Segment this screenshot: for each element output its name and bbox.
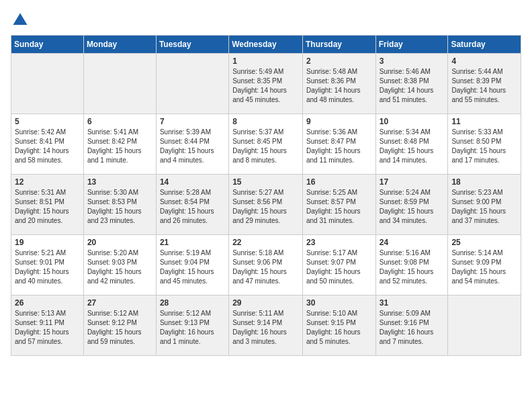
day-number: 20 [87, 238, 152, 247]
table-row: 26Sunrise: 5:13 AM Sunset: 9:11 PM Dayli… [11, 295, 84, 356]
day-content: Sunrise: 5:30 AM Sunset: 8:53 PM Dayligh… [87, 188, 152, 226]
table-row: 1Sunrise: 5:49 AM Sunset: 8:35 PM Daylig… [229, 54, 303, 114]
day-content: Sunrise: 5:34 AM Sunset: 8:48 PM Dayligh… [380, 128, 445, 165]
calendar-week-2: 5Sunrise: 5:42 AM Sunset: 8:41 PM Daylig… [11, 114, 521, 175]
day-content: Sunrise: 5:31 AM Sunset: 8:51 PM Dayligh… [15, 188, 80, 226]
day-number: 28 [160, 298, 225, 308]
day-content: Sunrise: 5:12 AM Sunset: 9:12 PM Dayligh… [87, 309, 152, 347]
day-content: Sunrise: 5:44 AM Sunset: 8:39 PM Dayligh… [451, 67, 517, 105]
day-number: 7 [160, 117, 225, 126]
table-row: 12Sunrise: 5:31 AM Sunset: 8:51 PM Dayli… [11, 175, 84, 235]
weekday-header-tuesday: Tuesday [156, 36, 228, 54]
day-number: 15 [232, 177, 299, 187]
day-number: 9 [306, 117, 372, 126]
day-number: 14 [160, 177, 225, 187]
table-row: 24Sunrise: 5:16 AM Sunset: 9:08 PM Dayli… [375, 235, 448, 295]
logo-icon [11, 11, 30, 30]
calendar-week-1: 1Sunrise: 5:49 AM Sunset: 8:35 PM Daylig… [11, 54, 521, 114]
table-row: 30Sunrise: 5:10 AM Sunset: 9:15 PM Dayli… [302, 295, 375, 356]
table-row: 5Sunrise: 5:42 AM Sunset: 8:41 PM Daylig… [11, 114, 84, 175]
table-row: 23Sunrise: 5:17 AM Sunset: 9:07 PM Dayli… [302, 235, 375, 295]
table-row: 16Sunrise: 5:25 AM Sunset: 8:57 PM Dayli… [302, 175, 375, 235]
day-number: 30 [306, 298, 372, 308]
day-number: 17 [380, 177, 445, 187]
weekday-header-monday: Monday [83, 36, 156, 54]
table-row [448, 295, 521, 356]
table-row: 15Sunrise: 5:27 AM Sunset: 8:56 PM Dayli… [229, 175, 303, 235]
day-number: 18 [451, 177, 517, 187]
day-number: 13 [87, 177, 152, 187]
day-number: 29 [232, 298, 299, 308]
weekday-header-wednesday: Wednesday [229, 36, 303, 54]
day-content: Sunrise: 5:24 AM Sunset: 8:59 PM Dayligh… [380, 188, 445, 226]
weekday-header-sunday: Sunday [11, 36, 84, 54]
calendar-body: 1Sunrise: 5:49 AM Sunset: 8:35 PM Daylig… [11, 54, 521, 356]
svg-marker-0 [13, 13, 28, 26]
table-row: 13Sunrise: 5:30 AM Sunset: 8:53 PM Dayli… [83, 175, 156, 235]
table-row: 22Sunrise: 5:18 AM Sunset: 9:06 PM Dayli… [229, 235, 303, 295]
table-row: 21Sunrise: 5:19 AM Sunset: 9:04 PM Dayli… [156, 235, 228, 295]
day-number: 23 [306, 238, 372, 247]
day-content: Sunrise: 5:25 AM Sunset: 8:57 PM Dayligh… [306, 188, 372, 226]
table-row [11, 54, 84, 114]
day-number: 22 [232, 238, 299, 247]
day-number: 2 [306, 56, 372, 66]
day-number: 6 [87, 117, 152, 126]
day-content: Sunrise: 5:23 AM Sunset: 9:00 PM Dayligh… [451, 188, 517, 226]
table-row: 18Sunrise: 5:23 AM Sunset: 9:00 PM Dayli… [448, 175, 521, 235]
weekday-header-row: SundayMondayTuesdayWednesdayThursdayFrid… [11, 36, 521, 54]
table-row: 6Sunrise: 5:41 AM Sunset: 8:42 PM Daylig… [83, 114, 156, 175]
day-number: 3 [380, 56, 445, 66]
day-content: Sunrise: 5:28 AM Sunset: 8:54 PM Dayligh… [160, 188, 225, 226]
table-row: 10Sunrise: 5:34 AM Sunset: 8:48 PM Dayli… [375, 114, 448, 175]
day-content: Sunrise: 5:17 AM Sunset: 9:07 PM Dayligh… [306, 248, 372, 286]
day-number: 26 [15, 298, 80, 308]
day-content: Sunrise: 5:11 AM Sunset: 9:14 PM Dayligh… [232, 309, 299, 347]
day-content: Sunrise: 5:42 AM Sunset: 8:41 PM Dayligh… [15, 128, 80, 165]
day-content: Sunrise: 5:10 AM Sunset: 9:15 PM Dayligh… [306, 309, 372, 347]
day-number: 5 [15, 117, 80, 126]
day-content: Sunrise: 5:46 AM Sunset: 8:38 PM Dayligh… [380, 67, 445, 105]
table-row: 31Sunrise: 5:09 AM Sunset: 9:16 PM Dayli… [375, 295, 448, 356]
day-content: Sunrise: 5:14 AM Sunset: 9:09 PM Dayligh… [451, 248, 517, 286]
weekday-header-friday: Friday [375, 36, 448, 54]
day-content: Sunrise: 5:41 AM Sunset: 8:42 PM Dayligh… [87, 128, 152, 165]
table-row: 11Sunrise: 5:33 AM Sunset: 8:50 PM Dayli… [448, 114, 521, 175]
table-row: 7Sunrise: 5:39 AM Sunset: 8:44 PM Daylig… [156, 114, 228, 175]
day-content: Sunrise: 5:21 AM Sunset: 9:01 PM Dayligh… [15, 248, 80, 286]
table-row: 9Sunrise: 5:36 AM Sunset: 8:47 PM Daylig… [302, 114, 375, 175]
day-number: 21 [160, 238, 225, 247]
day-content: Sunrise: 5:36 AM Sunset: 8:47 PM Dayligh… [306, 128, 372, 165]
day-number: 31 [380, 298, 445, 308]
day-content: Sunrise: 5:49 AM Sunset: 8:35 PM Dayligh… [232, 67, 299, 105]
table-row: 27Sunrise: 5:12 AM Sunset: 9:12 PM Dayli… [83, 295, 156, 356]
table-row: 25Sunrise: 5:14 AM Sunset: 9:09 PM Dayli… [448, 235, 521, 295]
table-row: 19Sunrise: 5:21 AM Sunset: 9:01 PM Dayli… [11, 235, 84, 295]
table-row: 14Sunrise: 5:28 AM Sunset: 8:54 PM Dayli… [156, 175, 228, 235]
day-content: Sunrise: 5:09 AM Sunset: 9:16 PM Dayligh… [380, 309, 445, 347]
weekday-header-saturday: Saturday [448, 36, 521, 54]
day-content: Sunrise: 5:18 AM Sunset: 9:06 PM Dayligh… [232, 248, 299, 286]
table-row: 17Sunrise: 5:24 AM Sunset: 8:59 PM Dayli… [375, 175, 448, 235]
day-content: Sunrise: 5:16 AM Sunset: 9:08 PM Dayligh… [380, 248, 445, 286]
table-row: 3Sunrise: 5:46 AM Sunset: 8:38 PM Daylig… [375, 54, 448, 114]
day-content: Sunrise: 5:13 AM Sunset: 9:11 PM Dayligh… [15, 309, 80, 347]
day-number: 25 [451, 238, 517, 247]
day-number: 16 [306, 177, 372, 187]
day-number: 24 [380, 238, 445, 247]
day-content: Sunrise: 5:37 AM Sunset: 8:45 PM Dayligh… [232, 128, 299, 165]
day-number: 27 [87, 298, 152, 308]
table-row: 2Sunrise: 5:48 AM Sunset: 8:36 PM Daylig… [302, 54, 375, 114]
page-header [11, 11, 521, 30]
calendar-table: SundayMondayTuesdayWednesdayThursdayFrid… [11, 35, 521, 356]
day-number: 1 [232, 56, 299, 66]
calendar-week-5: 26Sunrise: 5:13 AM Sunset: 9:11 PM Dayli… [11, 295, 521, 356]
table-row [83, 54, 156, 114]
day-content: Sunrise: 5:27 AM Sunset: 8:56 PM Dayligh… [232, 188, 299, 226]
calendar-week-4: 19Sunrise: 5:21 AM Sunset: 9:01 PM Dayli… [11, 235, 521, 295]
day-number: 12 [15, 177, 80, 187]
day-number: 8 [232, 117, 299, 126]
calendar-week-3: 12Sunrise: 5:31 AM Sunset: 8:51 PM Dayli… [11, 175, 521, 235]
day-number: 11 [451, 117, 517, 126]
table-row [156, 54, 228, 114]
